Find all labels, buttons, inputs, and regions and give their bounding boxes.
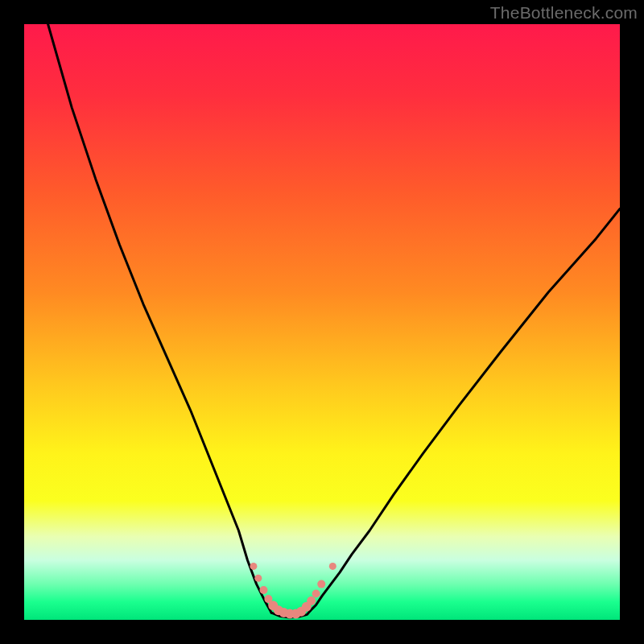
valley-dot (307, 597, 316, 605)
valley-dot (254, 575, 262, 582)
valley-dot (312, 589, 320, 597)
valley-dot (329, 563, 336, 570)
valley-dot (259, 586, 267, 594)
valley-dot (250, 563, 257, 570)
plot-area (24, 24, 620, 620)
watermark-label: TheBottleneck.com (490, 3, 638, 23)
curve-layer (24, 24, 620, 620)
curve-right (310, 208, 620, 611)
chart-frame: TheBottleneck.com (0, 0, 644, 644)
curve-left (48, 24, 272, 613)
valley-dot (317, 580, 325, 588)
